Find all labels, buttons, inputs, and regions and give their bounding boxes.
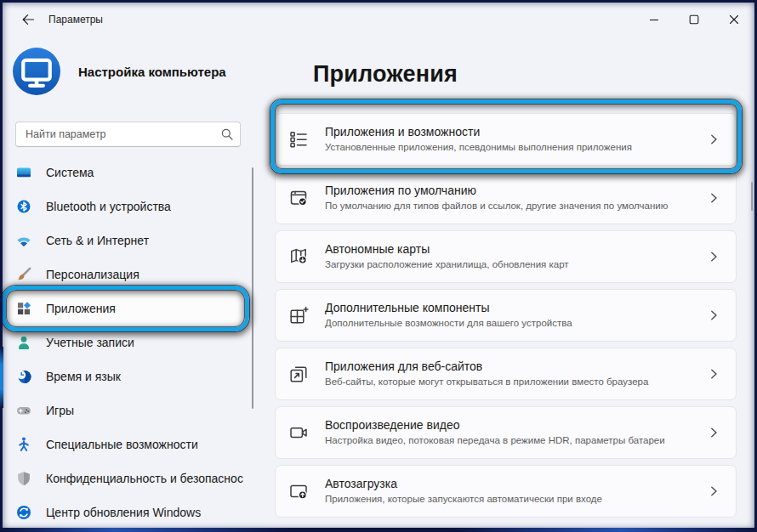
sidebar-item-label: Игры (46, 404, 74, 417)
chevron-right-icon (707, 250, 720, 263)
sidebar-scrollbar[interactable] (252, 167, 253, 409)
apps-for-websites-icon (288, 364, 309, 384)
apps-features-icon (288, 129, 309, 150)
row-title: Приложения и возможности (325, 125, 707, 140)
row-title: Воспроизведение видео (325, 418, 707, 433)
row-text: Приложения и возможности Установленные п… (325, 125, 707, 153)
settings-row-default-apps[interactable]: Приложения по умолчанию По умолчанию для… (275, 172, 737, 224)
default-apps-icon (288, 188, 309, 208)
minimize-icon (647, 13, 661, 26)
chevron-right-icon (707, 308, 720, 322)
row-text: Автономные карты Загрузки расположение х… (325, 242, 707, 270)
profile-name: Настройка компьютера (78, 65, 226, 79)
sidebar-item-label: Учетные записи (46, 336, 134, 349)
search-box (15, 122, 241, 147)
settings-row-apps-features[interactable]: Приложения и возможности Установленные п… (275, 113, 737, 166)
settings-row-apps-for-websites[interactable]: Приложения для веб-сайтов Веб-сайты, кот… (275, 348, 737, 400)
sidebar-item-label: Время и язык (46, 370, 121, 383)
row-subtitle: Загрузки расположение хранилища, обновле… (325, 259, 707, 271)
sidebar-item-label: Система (46, 166, 94, 179)
row-subtitle: Установленные приложения, псевдонимы вып… (325, 142, 707, 154)
accessibility-icon (15, 436, 32, 453)
row-title: Приложения по умолчанию (325, 184, 707, 199)
sidebar-item-gaming[interactable]: Игры (4, 393, 247, 427)
network-icon (15, 232, 32, 249)
sidebar-item-accounts[interactable]: Учетные записи (4, 325, 247, 359)
row-text: Автозагрузка Приложения, которые запуска… (325, 477, 707, 505)
titlebar: Параметры (3, 3, 754, 36)
search-icon[interactable] (214, 127, 240, 141)
gaming-icon (15, 402, 32, 419)
search-input[interactable] (16, 128, 214, 140)
settings-row-optional-features[interactable]: Дополнительные компоненты Дополнительные… (275, 289, 737, 342)
sidebar-item-time-language[interactable]: Время и язык (4, 359, 247, 393)
main-scrollbar[interactable] (751, 182, 753, 211)
sidebar-item-apps[interactable]: Приложения (4, 291, 247, 325)
page-title: Приложения (313, 61, 458, 88)
sidebar-item-bluetooth-devices[interactable]: Bluetooth и устройства (4, 190, 247, 224)
windows-update-icon (15, 504, 32, 521)
chevron-right-icon (707, 484, 720, 498)
row-subtitle: Настройка видео, потоковая передача в ре… (325, 435, 707, 447)
chevron-right-icon (707, 191, 720, 205)
row-subtitle: По умолчанию для типов файлов и ссылок, … (325, 201, 707, 212)
chevron-right-icon (707, 133, 720, 146)
back-button[interactable] (14, 5, 43, 34)
sidebar-item-privacy-security[interactable]: Конфиденциальность и безопаснос (4, 461, 247, 495)
window-controls (634, 3, 754, 36)
row-text: Приложения по умолчанию По умолчанию для… (325, 184, 707, 212)
row-title: Автономные карты (325, 242, 707, 258)
sidebar-nav: Система Bluetooth и устройства Сеть & и … (4, 156, 247, 529)
sidebar-item-label: Приложения (46, 302, 116, 315)
row-text: Воспроизведение видео Настройка видео, п… (325, 418, 707, 446)
row-title: Дополнительные компоненты (325, 301, 707, 316)
row-title: Автозагрузка (325, 477, 707, 492)
settings-row-video-playback[interactable]: Воспроизведение видео Настройка видео, п… (275, 406, 737, 459)
sidebar-item-label: Сеть & и Интернет (46, 234, 149, 247)
chevron-right-icon (707, 367, 720, 381)
sidebar-item-windows-update[interactable]: Центр обновления Windows (4, 495, 247, 529)
settings-row-offline-maps[interactable]: Автономные карты Загрузки расположение х… (275, 230, 737, 283)
video-playback-icon (288, 422, 309, 443)
maximize-button[interactable] (674, 3, 714, 36)
frame-left-accent (0, 347, 3, 408)
row-text: Дополнительные компоненты Дополнительные… (325, 301, 707, 329)
sidebar-item-network-internet[interactable]: Сеть & и Интернет (4, 224, 247, 258)
profile-header: Настройка компьютера (13, 48, 226, 95)
privacy-icon (15, 470, 32, 487)
sidebar-item-label: Персонализация (46, 268, 139, 281)
sidebar-item-system[interactable]: Система (4, 156, 247, 190)
offline-maps-icon (288, 246, 309, 267)
settings-row-startup[interactable]: Автозагрузка Приложения, которые запуска… (275, 465, 737, 518)
sidebar-item-label: Специальные возможности (46, 438, 198, 451)
sidebar-item-accessibility[interactable]: Специальные возможности (4, 427, 247, 461)
sidebar-item-label: Конфиденциальность и безопаснос (46, 472, 243, 485)
bluetooth-icon (15, 198, 32, 215)
sidebar-item-label: Центр обновления Windows (46, 506, 201, 519)
startup-icon (288, 481, 309, 501)
row-text: Приложения для веб-сайтов Веб-сайты, кот… (325, 359, 707, 388)
back-arrow-icon (20, 12, 36, 27)
close-button[interactable] (714, 3, 754, 36)
accounts-icon (15, 334, 32, 351)
chevron-right-icon (707, 426, 720, 439)
row-subtitle: Веб-сайты, которые могут открываться в п… (325, 376, 707, 388)
personalization-icon (15, 266, 32, 283)
apps-icon (15, 300, 32, 317)
sidebar-item-label: Bluetooth и устройства (46, 200, 171, 213)
row-title: Приложения для веб-сайтов (325, 359, 707, 375)
maximize-icon (687, 13, 701, 26)
row-subtitle: Дополнительные возможности для вашего ус… (325, 318, 707, 330)
close-icon (727, 13, 741, 26)
row-subtitle: Приложения, которые запускаются автомати… (325, 494, 707, 506)
avatar (13, 48, 60, 95)
system-icon (15, 164, 32, 181)
optional-features-icon (288, 305, 309, 325)
settings-list: Приложения и возможности Установленные п… (275, 113, 737, 518)
sidebar-item-personalization[interactable]: Персонализация (4, 258, 247, 291)
window-title: Параметры (48, 14, 103, 25)
time-language-icon (15, 368, 32, 385)
minimize-button[interactable] (634, 3, 674, 36)
